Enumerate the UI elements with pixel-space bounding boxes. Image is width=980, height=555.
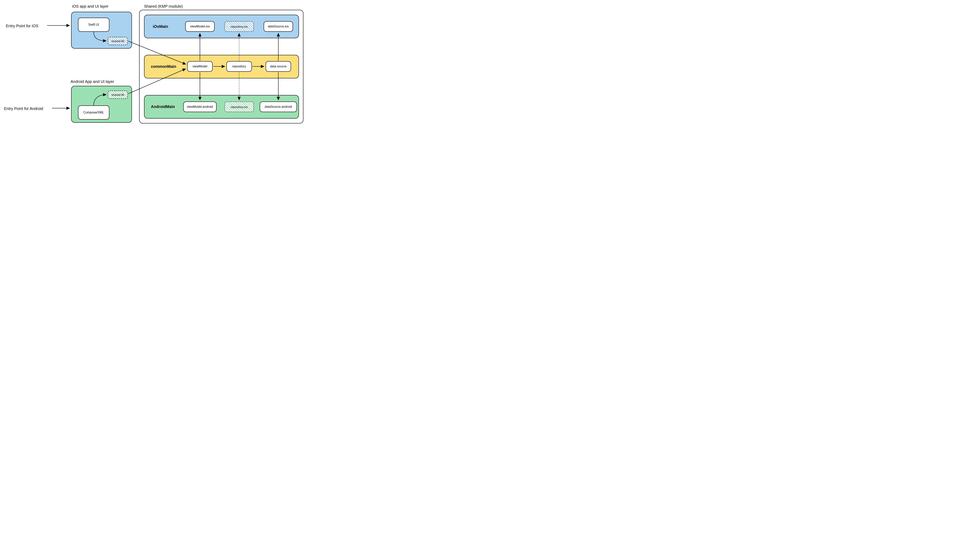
- datasource-ios-box: dataSource.ios: [264, 21, 293, 32]
- repository-android-box: repository.ios: [225, 101, 254, 112]
- entry-point-android-label: Entry Point for Android: [4, 106, 43, 111]
- ios-layer-title: iOS app and UI layer: [72, 4, 109, 9]
- android-layer-title: Android App and UI layer: [71, 79, 114, 84]
- repository-ios-box: repository.ios: [225, 21, 254, 32]
- datasource-android-box: dataSource.android: [260, 101, 297, 112]
- common-main-title: commonMain: [151, 64, 176, 69]
- compose-xml-box: Compose/XML: [78, 106, 109, 120]
- entry-point-ios-label: Entry Point for iOS: [6, 24, 38, 28]
- viewmodel-ios-box: viewModel.ios: [185, 21, 215, 32]
- shared-module-title: Shared (KMP module): [144, 4, 183, 9]
- repository-box: repository: [226, 61, 252, 72]
- ios-main-title: iOsMain: [153, 24, 168, 29]
- viewmodel-android-box: viewModel.android: [183, 101, 217, 112]
- diagram-canvas: iOS app and UI layer Shared (KMP module)…: [0, 0, 310, 127]
- android-main-title: AndroidMain: [151, 104, 175, 109]
- android-shared-lib-box: shared lib: [108, 91, 128, 99]
- viewmodel-box: viewModel: [187, 61, 213, 72]
- datasource-box: data source: [266, 61, 291, 72]
- swift-ui-box: Swift UI: [78, 18, 109, 32]
- ios-shared-lib-box: shared lib: [108, 37, 128, 45]
